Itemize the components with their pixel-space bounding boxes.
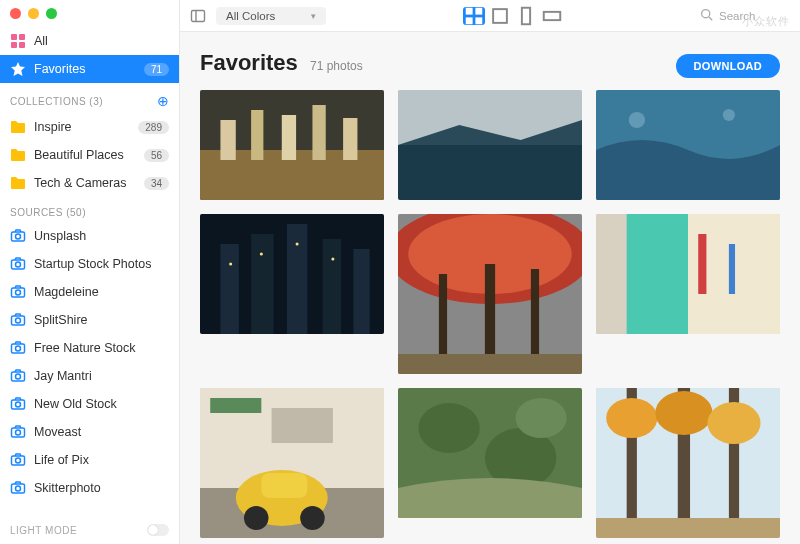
svg-rect-29 <box>475 17 482 24</box>
svg-rect-76 <box>261 473 307 498</box>
svg-rect-72 <box>272 408 333 443</box>
view-landscape-icon[interactable] <box>541 7 563 25</box>
svg-point-21 <box>16 458 21 463</box>
count-badge: 71 <box>144 63 169 76</box>
sidebar-item-label: Skitterphoto <box>34 481 169 495</box>
sidebar-item-label: New Old Stock <box>34 397 169 411</box>
svg-rect-51 <box>323 239 341 334</box>
svg-point-15 <box>16 374 21 379</box>
view-portrait-icon[interactable] <box>515 7 537 25</box>
section-label: COLLECTIONS (3) <box>10 96 103 107</box>
sidebar-item-startup-stock[interactable]: Startup Stock Photos <box>0 250 179 278</box>
photo-thumbnail[interactable] <box>398 388 582 518</box>
svg-rect-88 <box>596 518 780 538</box>
section-label: SOURCES (50) <box>10 207 86 218</box>
svg-point-78 <box>418 403 479 453</box>
svg-rect-1 <box>19 34 25 40</box>
light-mode-row: LIGHT MODE <box>0 516 179 544</box>
svg-point-53 <box>229 263 232 266</box>
sidebar-item-skitterphoto[interactable]: Skitterphoto <box>0 474 179 502</box>
sidebar-item-life-of-pix[interactable]: Life of Pix <box>0 446 179 474</box>
sidebar-item-unsplash[interactable]: Unsplash <box>0 222 179 250</box>
folder-icon <box>10 147 26 163</box>
sidebar-item-label: Unsplash <box>34 229 169 243</box>
svg-point-11 <box>16 318 21 323</box>
sidebar-item-all[interactable]: All <box>0 27 179 55</box>
maximize-icon[interactable] <box>46 8 57 19</box>
svg-point-33 <box>702 10 710 18</box>
camera-icon <box>10 452 26 468</box>
svg-point-54 <box>260 253 263 256</box>
light-mode-toggle[interactable] <box>147 524 169 536</box>
sidebar-item-label: Inspire <box>34 120 130 134</box>
dropdown-label: All Colors <box>226 10 275 22</box>
sidebar-toggle-icon[interactable] <box>190 8 206 24</box>
svg-rect-67 <box>698 234 706 294</box>
download-button[interactable]: DOWNLOAD <box>676 54 780 78</box>
photo-count: 71 photos <box>310 59 363 73</box>
svg-point-74 <box>244 506 269 530</box>
close-icon[interactable] <box>10 8 21 19</box>
search-placeholder: Search <box>719 10 755 22</box>
svg-rect-38 <box>251 110 263 160</box>
svg-rect-43 <box>398 145 582 200</box>
svg-rect-63 <box>398 354 582 374</box>
view-grid-icon[interactable] <box>463 7 485 25</box>
sidebar-item-magdeleine[interactable]: Magdeleine <box>0 278 179 306</box>
svg-point-17 <box>16 402 21 407</box>
view-single-icon[interactable] <box>489 7 511 25</box>
camera-icon <box>10 480 26 496</box>
color-filter-dropdown[interactable]: All Colors ▾ <box>216 7 326 25</box>
svg-rect-48 <box>220 244 238 334</box>
minimize-icon[interactable] <box>28 8 39 19</box>
folder-icon <box>10 119 26 135</box>
sidebar-item-label: All <box>34 34 169 48</box>
sidebar-item-label: Startup Stock Photos <box>34 257 169 271</box>
photo-thumbnail[interactable] <box>398 90 582 200</box>
camera-icon <box>10 312 26 328</box>
grid-icon <box>10 33 26 49</box>
sidebar-item-tech-cameras[interactable]: Tech & Cameras 34 <box>0 169 179 197</box>
add-collection-icon[interactable]: ⊕ <box>157 93 170 109</box>
folder-icon <box>10 175 26 191</box>
photo-thumbnail[interactable] <box>200 214 384 334</box>
sidebar-item-beautiful-places[interactable]: Beautiful Places 56 <box>0 141 179 169</box>
svg-line-34 <box>709 17 712 20</box>
sidebar-item-inspire[interactable]: Inspire 289 <box>0 113 179 141</box>
view-toggles <box>463 7 563 25</box>
svg-rect-30 <box>493 9 507 23</box>
sidebar-item-label: Tech & Cameras <box>34 176 136 190</box>
svg-rect-65 <box>627 214 688 334</box>
sidebar-item-jay-mantri[interactable]: Jay Mantri <box>0 362 179 390</box>
search-box[interactable]: Search <box>700 8 790 23</box>
svg-rect-37 <box>220 120 235 160</box>
svg-point-46 <box>723 109 735 121</box>
sidebar-item-free-nature[interactable]: Free Nature Stock <box>0 334 179 362</box>
photo-thumbnail[interactable] <box>200 90 384 200</box>
sidebar-item-new-old-stock[interactable]: New Old Stock <box>0 390 179 418</box>
photo-thumbnail[interactable] <box>200 388 384 538</box>
sidebar-item-splitshire[interactable]: SplitShire <box>0 306 179 334</box>
photo-thumbnail[interactable] <box>596 90 780 200</box>
photo-thumbnail[interactable] <box>596 388 780 538</box>
sidebar-item-moveast[interactable]: Moveast <box>0 418 179 446</box>
sidebar-item-label: SplitShire <box>34 313 169 327</box>
svg-point-75 <box>300 506 325 530</box>
search-icon <box>700 8 713 23</box>
photo-thumbnail[interactable] <box>596 214 780 334</box>
sidebar-item-label: Beautiful Places <box>34 148 136 162</box>
svg-rect-52 <box>353 249 369 334</box>
svg-rect-40 <box>312 105 325 160</box>
sidebar-item-favorites[interactable]: Favorites 71 <box>0 55 179 83</box>
svg-rect-0 <box>11 34 17 40</box>
svg-point-13 <box>16 346 21 351</box>
page-title: Favorites 71 photos <box>200 50 363 76</box>
svg-point-19 <box>16 430 21 435</box>
content-header: Favorites 71 photos DOWNLOAD <box>180 32 800 90</box>
sidebar-item-label: Jay Mantri <box>34 369 169 383</box>
topbar: All Colors ▾ Search <box>180 0 800 32</box>
photo-thumbnail[interactable] <box>398 214 582 374</box>
svg-point-87 <box>707 402 760 444</box>
svg-rect-31 <box>522 7 530 24</box>
sidebar: All Favorites 71 COLLECTIONS (3) ⊕ Inspi… <box>0 0 180 544</box>
